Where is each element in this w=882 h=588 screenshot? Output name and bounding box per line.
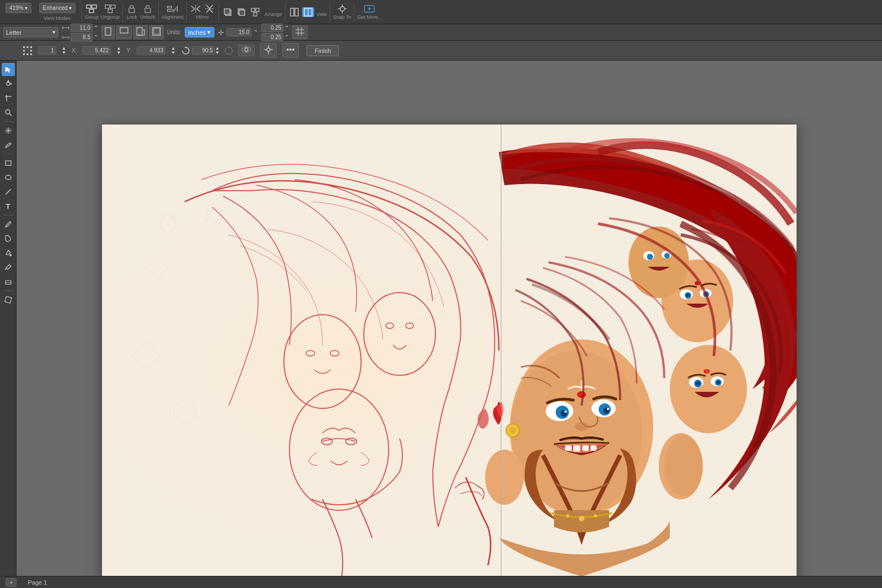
sidebar-sep3 [3,215,14,215]
ellipse-tool[interactable] [2,171,15,184]
text-tool-icon: T [6,202,10,211]
node-tool[interactable] [2,77,15,90]
svg-rect-105 [565,445,572,451]
mirror-h-icon[interactable] [190,4,202,14]
height-input[interactable] [71,33,93,41]
text-tool[interactable]: T [2,199,15,213]
svg-rect-16 [224,9,230,14]
zoom-button[interactable]: 419% ▾ [6,3,31,13]
svg-point-129 [628,226,689,298]
svg-line-11 [175,7,176,9]
bleed-x-spinner[interactable]: ⌃ [284,25,289,31]
svg-rect-106 [573,445,580,451]
svg-point-115 [686,294,690,297]
paint-bucket-tool[interactable] [2,246,15,260]
grid-settings-btn[interactable] [260,43,277,58]
send-back-icon[interactable] [235,7,248,17]
mirror-v-icon[interactable] [203,4,216,14]
visibility-btn[interactable] [238,45,255,56]
pan-tool[interactable] [2,124,15,137]
svg-rect-36 [137,28,142,35]
add-page-button[interactable]: + [6,578,17,587]
doc-type-chevron: ▾ [52,29,56,36]
y-spinner[interactable]: ▲ ▼ [171,46,175,55]
zoom-tool[interactable] [2,106,15,119]
group-tool[interactable]: Group [85,4,99,20]
ungroup-icon [104,4,116,14]
unlock-icon [142,4,154,14]
svg-point-104 [575,422,588,431]
second-toolbar: Letter ▾ ⟷ ⌃ ⟺ ⌃ Units: inches [0,24,882,41]
view-label: View [316,12,327,17]
svg-point-71 [6,175,11,180]
top-toolbar: 419% ▾ 419% Enhanced ▾ View Modes Gr [0,0,882,24]
width-input[interactable] [71,24,93,32]
view-icon2[interactable] [302,7,314,17]
lock-tool[interactable]: Lock [126,4,138,20]
select-tool[interactable] [2,63,15,76]
svg-point-100 [564,411,567,413]
rotation-input[interactable] [192,46,215,55]
mirror-label: Mirror [196,14,209,20]
view-modes-chevron: ▾ [69,5,72,11]
svg-rect-46 [23,50,25,51]
eraser-tool[interactable] [2,275,15,288]
grid-btn[interactable] [292,25,308,39]
get-more-group[interactable]: Get More... [357,4,382,20]
threshold-spinner[interactable]: ▲ ▼ [62,46,66,55]
alignment-group[interactable]: Alignment [162,4,184,20]
mode-radio[interactable] [225,47,233,55]
pen-tool[interactable] [2,138,15,152]
arrange-label: Arrange [265,12,282,17]
view-icon1[interactable] [288,7,300,17]
crop-tool[interactable] [2,91,15,105]
width-spinner-up[interactable]: ⌃ [94,25,98,31]
trace-options-btn[interactable] [282,43,299,58]
height-spinner-up[interactable]: ⌃ [94,34,98,40]
svg-point-61 [289,48,292,51]
canvas-area[interactable]: Shakti Ra [17,61,882,576]
svg-point-54 [245,48,248,51]
ungroup-tool[interactable]: Ungroup [101,4,120,20]
svg-rect-9 [167,10,174,12]
svg-point-133 [664,253,670,258]
transform-tool[interactable] [2,293,15,306]
doc-type-select[interactable]: Letter ▾ [3,27,58,37]
finish-button[interactable]: Finish [306,45,339,56]
bleed-x-input[interactable] [261,24,283,32]
brush-tool[interactable] [2,232,15,245]
svg-rect-19 [251,8,255,12]
margin-group: ✛ ⌃ [218,28,258,37]
x-spinner[interactable]: ▲ ▼ [116,46,121,55]
view-modes-button[interactable]: Enhanced ▾ [39,3,76,13]
landscape-btn[interactable] [116,25,132,39]
threshold-input[interactable] [39,46,56,55]
svg-rect-3 [105,5,110,8]
unlock-tool[interactable]: Unlock [140,4,155,20]
units-select[interactable]: inches ▾ [185,27,215,37]
snap-to-group[interactable]: Snap To [333,4,351,20]
svg-rect-44 [27,46,29,48]
y-input[interactable] [137,46,165,55]
portrait-btn[interactable] [101,25,115,39]
eyedropper-tool[interactable] [2,261,15,274]
dimensions-group: ⟷ ⌃ ⟺ ⌃ [62,24,98,41]
bleed-y-spinner[interactable]: ⌃ [284,34,289,40]
sidebar-sep4 [3,290,14,291]
margin-input[interactable] [227,28,251,36]
svg-rect-6 [129,8,135,13]
line-tool[interactable] [2,185,15,198]
svg-point-101 [607,408,609,410]
x-input[interactable] [82,46,111,55]
bring-front-icon[interactable] [222,7,234,17]
rotation-spinner[interactable]: ▲ ▼ [215,46,219,55]
margin-spinner[interactable]: ⌃ [254,29,258,35]
svg-point-136 [579,516,584,521]
rectangle-tool[interactable] [2,157,15,170]
margin-icon: ✛ [218,28,224,37]
bleed-y-input[interactable] [261,33,283,41]
page-size-btn[interactable] [133,25,148,39]
pencil-tool[interactable] [2,218,15,231]
margins-btn[interactable] [149,25,164,39]
align-arrange-icon[interactable] [249,7,261,17]
